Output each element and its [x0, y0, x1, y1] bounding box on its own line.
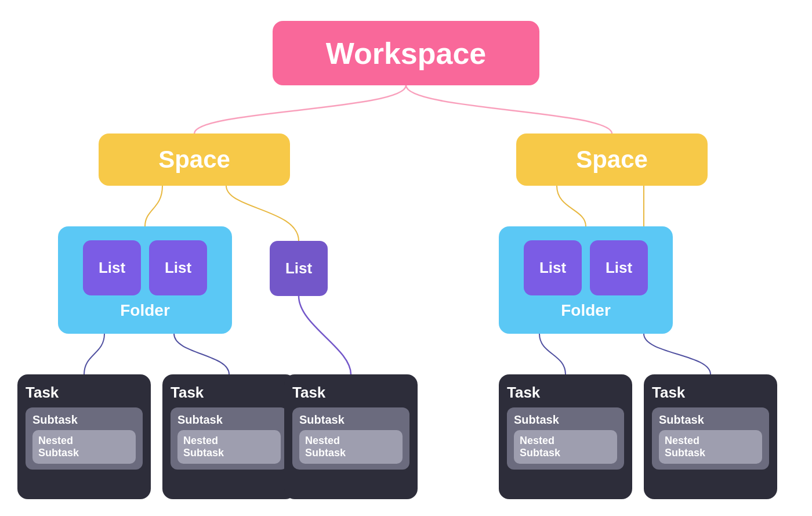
task-2-subtask-label: Subtask	[177, 413, 223, 427]
folder-left-list-1: List	[83, 240, 141, 295]
task-1-label: Task	[26, 384, 59, 402]
task-5-nested-label: NestedSubtask	[665, 435, 705, 459]
task-node-5: Task Subtask NestedSubtask	[644, 374, 777, 499]
space-right-label: Space	[576, 146, 648, 174]
task-4-nested-box: NestedSubtask	[514, 430, 617, 464]
folder-left-label: Folder	[120, 301, 170, 320]
folder-left-lists: List List	[83, 240, 207, 295]
folder-node-left: List List Folder	[58, 226, 232, 334]
folder-left-list-2-label: List	[165, 259, 191, 277]
task-5-nested-box: NestedSubtask	[659, 430, 762, 464]
list-standalone-label: List	[285, 259, 312, 277]
workspace-node: Workspace	[273, 21, 539, 85]
folder-right-list-1: List	[524, 240, 582, 295]
workspace-label: Workspace	[326, 36, 487, 71]
task-4-subtask-label: Subtask	[514, 413, 559, 427]
list-standalone: List	[270, 241, 328, 296]
task-5-subtask-label: Subtask	[659, 413, 704, 427]
task-3-label: Task	[292, 384, 325, 402]
task-2-subtask-box: Subtask NestedSubtask	[171, 407, 288, 470]
folder-node-right: List List Folder	[499, 226, 673, 334]
task-3-subtask-box: Subtask NestedSubtask	[292, 407, 409, 470]
folder-right-list-2-label: List	[606, 259, 632, 277]
task-1-subtask-label: Subtask	[32, 413, 78, 427]
task-4-subtask-box: Subtask NestedSubtask	[507, 407, 624, 470]
space-node-right: Space	[516, 133, 708, 186]
task-5-subtask-box: Subtask NestedSubtask	[652, 407, 769, 470]
task-3-subtask-label: Subtask	[299, 413, 345, 427]
folder-left-list-2: List	[149, 240, 207, 295]
task-node-1: Task Subtask NestedSubtask	[17, 374, 151, 499]
task-5-label: Task	[652, 384, 685, 402]
space-node-left: Space	[99, 133, 290, 186]
task-2-label: Task	[171, 384, 204, 402]
task-1-subtask-box: Subtask NestedSubtask	[26, 407, 143, 470]
task-4-label: Task	[507, 384, 540, 402]
task-node-3: Task Subtask NestedSubtask	[284, 374, 418, 499]
task-1-nested-box: NestedSubtask	[32, 430, 136, 464]
task-1-nested-label: NestedSubtask	[38, 435, 79, 459]
space-left-label: Space	[158, 146, 230, 174]
task-node-4: Task Subtask NestedSubtask	[499, 374, 632, 499]
folder-left-list-1-label: List	[99, 259, 125, 277]
folder-right-list-1-label: List	[539, 259, 566, 277]
task-2-nested-box: NestedSubtask	[177, 430, 281, 464]
task-3-nested-label: NestedSubtask	[305, 435, 346, 459]
folder-right-label: Folder	[561, 301, 611, 320]
folder-right-lists: List List	[524, 240, 648, 295]
task-4-nested-label: NestedSubtask	[520, 435, 560, 459]
task-3-nested-box: NestedSubtask	[299, 430, 403, 464]
folder-right-list-2: List	[590, 240, 648, 295]
task-2-nested-label: NestedSubtask	[183, 435, 224, 459]
diagram: Workspace Space Space List List Folder L…	[0, 0, 812, 516]
task-node-2: Task Subtask NestedSubtask	[162, 374, 296, 499]
